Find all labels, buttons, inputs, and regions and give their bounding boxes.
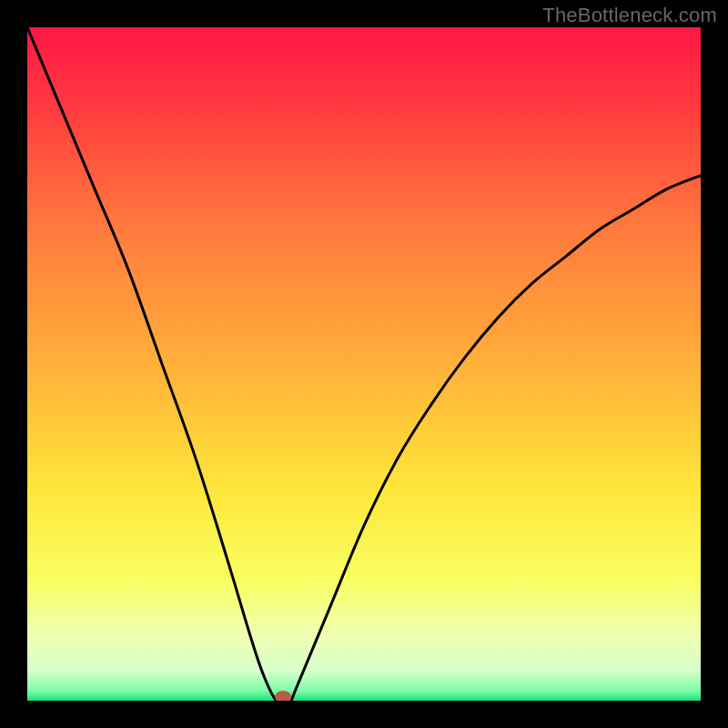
- gradient-background: [27, 27, 701, 701]
- watermark-text: TheBottleneck.com: [542, 4, 717, 27]
- chart-frame: TheBottleneck.com: [0, 0, 728, 728]
- plot-area: [27, 27, 701, 701]
- chart-svg: [27, 27, 701, 701]
